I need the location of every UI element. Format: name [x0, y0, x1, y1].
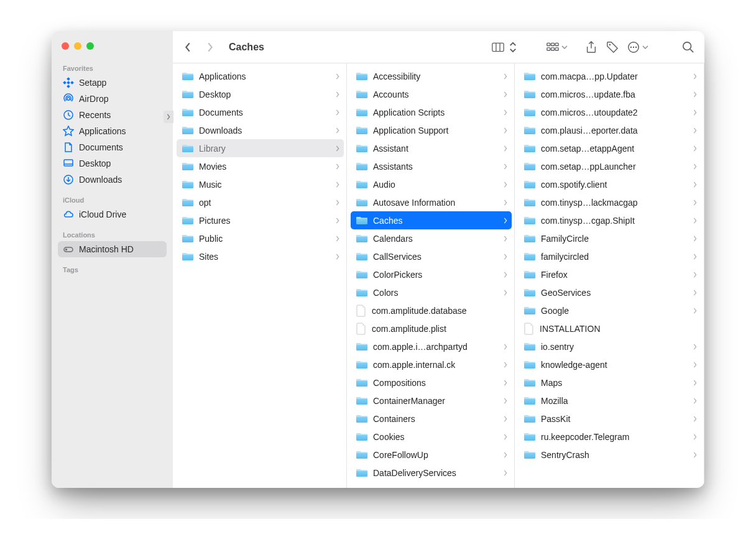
folder-row[interactable]: Mozilla — [519, 392, 701, 410]
row-label: Mozilla — [541, 396, 688, 406]
folder-row[interactable]: Accounts — [351, 85, 512, 103]
folder-row[interactable]: Autosave Information — [351, 193, 512, 211]
folder-icon — [523, 288, 536, 298]
nav-back-button[interactable] — [183, 42, 193, 52]
view-columns-button[interactable] — [492, 41, 519, 53]
nav-forward-button[interactable] — [205, 42, 215, 52]
row-label: Calendars — [373, 234, 498, 244]
sidebar-item-documents[interactable]: Documents — [58, 139, 167, 155]
sidebar-item-desktop[interactable]: Desktop — [58, 155, 167, 172]
chevron-right-icon — [693, 145, 698, 152]
folder-row[interactable]: com.setap…ppLauncher — [519, 157, 701, 175]
column-3[interactable]: com.macpa…pp.Updatercom.micros…update.fb… — [515, 63, 704, 488]
row-label: ColorPickers — [373, 270, 498, 280]
folder-row[interactable]: FamilyCircle — [519, 229, 701, 247]
sidebar-collapse-handle[interactable] — [164, 111, 173, 123]
row-label: CoreFollowUp — [373, 450, 498, 460]
folder-row[interactable]: Applications — [177, 67, 344, 85]
folder-row[interactable]: Pictures — [177, 211, 344, 229]
folder-row[interactable]: com.tinysp…cgap.ShipIt — [519, 211, 701, 229]
sidebar-item-setapp[interactable]: Setapp — [58, 75, 167, 91]
more-actions-button[interactable] — [627, 41, 648, 53]
chevron-right-icon — [335, 109, 340, 116]
folder-row[interactable]: Colors — [351, 283, 512, 301]
zoom-window-button[interactable] — [86, 42, 94, 50]
folder-row[interactable]: com.apple.internal.ck — [351, 355, 512, 374]
column-2[interactable]: AccessibilityAccountsApplication Scripts… — [347, 63, 515, 488]
file-row[interactable]: INSTALLATION — [519, 319, 701, 337]
sidebar-item-icloud-drive[interactable]: iCloud Drive — [58, 206, 167, 222]
folder-row[interactable]: ru.keepcoder.Telegram — [519, 428, 701, 446]
svg-rect-17 — [555, 43, 558, 45]
chevron-right-icon — [503, 145, 508, 152]
chevron-right-icon — [693, 398, 698, 404]
folder-row[interactable]: com.plausi…eporter.data — [519, 121, 701, 139]
folder-row[interactable]: Assistants — [351, 157, 512, 175]
minimize-window-button[interactable] — [74, 42, 81, 50]
folder-row[interactable]: com.spotify.client — [519, 175, 701, 193]
folder-row[interactable]: knowledge-agent — [519, 355, 701, 374]
folder-row[interactable]: com.macpa…pp.Updater — [519, 67, 701, 85]
folder-icon — [356, 378, 368, 388]
search-button[interactable] — [682, 41, 694, 53]
folder-row[interactable]: Library — [177, 139, 344, 157]
folder-row[interactable]: Downloads — [177, 121, 344, 139]
sidebar-item-macintosh-hd[interactable]: Macintosh HD — [58, 241, 167, 257]
folder-row[interactable]: Firefox — [519, 265, 701, 283]
sidebar-item-recents[interactable]: Recents — [58, 107, 167, 123]
folder-icon — [182, 89, 194, 99]
folder-row[interactable]: Movies — [177, 157, 344, 175]
close-window-button[interactable] — [62, 42, 69, 50]
chevron-right-icon — [693, 236, 698, 242]
folder-row[interactable]: Calendars — [351, 229, 512, 247]
folder-row[interactable]: Public — [177, 229, 344, 247]
folder-row[interactable]: Compositions — [351, 374, 512, 392]
folder-row[interactable]: Music — [177, 175, 344, 193]
folder-row[interactable]: io.sentry — [519, 337, 701, 355]
folder-row[interactable]: opt — [177, 193, 344, 211]
sidebar-item-downloads[interactable]: Downloads — [58, 172, 167, 188]
folder-row[interactable]: com.micros…update.fba — [519, 85, 701, 103]
folder-row[interactable]: com.micros…utoupdate2 — [519, 103, 701, 121]
folder-icon — [182, 216, 194, 226]
folder-row[interactable]: PassKit — [519, 410, 701, 428]
folder-row[interactable]: DataDeliveryServices — [351, 464, 512, 482]
folder-row[interactable]: Audio — [351, 175, 512, 193]
folder-row[interactable]: Accessibility — [351, 67, 512, 85]
folder-row[interactable]: Maps — [519, 374, 701, 392]
folder-row[interactable]: Google — [519, 301, 701, 319]
folder-row[interactable]: ContainerManager — [351, 392, 512, 410]
folder-row[interactable]: com.tinysp…lackmacgap — [519, 193, 701, 211]
folder-row[interactable]: Caches — [351, 211, 512, 229]
folder-row[interactable]: GeoServices — [519, 283, 701, 301]
file-row[interactable]: com.amplitude.database — [351, 301, 512, 319]
group-by-button[interactable] — [546, 41, 568, 53]
sidebar-item-applications[interactable]: Applications — [58, 123, 167, 139]
folder-row[interactable]: com.setap…etappAgent — [519, 139, 701, 157]
row-label: Application Scripts — [373, 108, 498, 117]
row-label: familycircled — [541, 252, 688, 262]
folder-row[interactable]: com.apple.i…archpartyd — [351, 337, 512, 355]
folder-row[interactable]: Desktop — [177, 85, 344, 103]
sidebar-item-airdrop[interactable]: AirDrop — [58, 91, 167, 107]
chevron-right-icon — [693, 344, 698, 350]
folder-row[interactable]: familycircled — [519, 247, 701, 265]
share-button[interactable] — [585, 41, 597, 53]
desktop-icon — [63, 158, 74, 169]
row-label: Containers — [373, 414, 498, 424]
folder-row[interactable]: Sites — [177, 247, 344, 265]
folder-row[interactable]: CallServices — [351, 247, 512, 265]
folder-row[interactable]: Application Support — [351, 121, 512, 139]
file-row[interactable]: com.amplitude.plist — [351, 319, 512, 337]
folder-row[interactable]: Cookies — [351, 428, 512, 446]
folder-row[interactable]: SentryCrash — [519, 446, 701, 464]
tags-button[interactable] — [606, 41, 619, 53]
column-1[interactable]: ApplicationsDesktopDocumentsDownloadsLib… — [173, 63, 347, 488]
folder-row[interactable]: Assistant — [351, 139, 512, 157]
folder-row[interactable]: Documents — [177, 103, 344, 121]
folder-row[interactable]: Containers — [351, 410, 512, 428]
folder-row[interactable]: Application Scripts — [351, 103, 512, 121]
row-label: knowledge-agent — [541, 360, 688, 370]
folder-row[interactable]: CoreFollowUp — [351, 446, 512, 464]
folder-row[interactable]: ColorPickers — [351, 265, 512, 283]
